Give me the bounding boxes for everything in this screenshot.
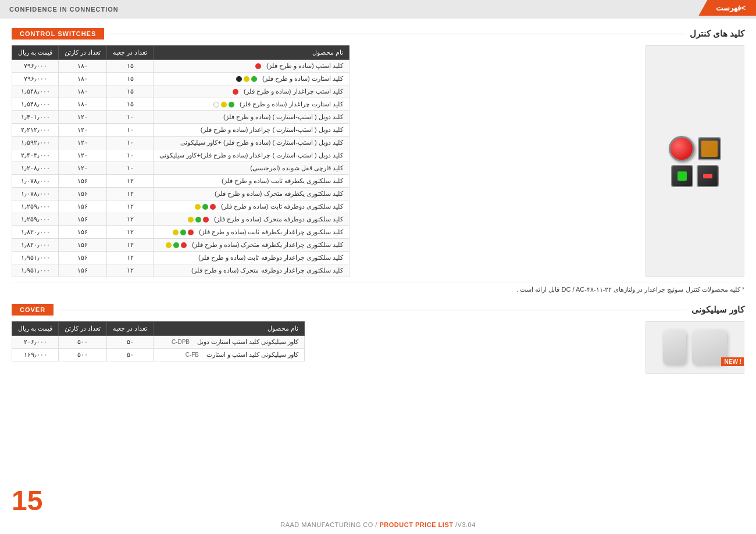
control-section: CONTROL SWITCHES کلید های کنترل نام محصو… <box>12 28 744 293</box>
control-row-box-7: ۱۰ <box>107 149 154 162</box>
control-row-price-8: ۱٫۲۰۸٫۰۰۰ <box>12 162 59 175</box>
product-img-switch2 <box>671 165 693 187</box>
control-row-box-10: ۱۲ <box>107 188 154 200</box>
cover-th-qty-carton: تعداد در کارتن <box>59 322 107 336</box>
control-row-name-0: کلید استپ (ساده و طرح فلز) <box>154 60 349 73</box>
control-row-carton-7: ۱۲۰ <box>59 149 107 162</box>
footer-text-main: RAAD MANUFACTURING CO / PRODUCT PRICE LI… <box>280 521 476 528</box>
control-row-box-9: ۱۲ <box>107 175 154 188</box>
control-row-carton-4: ۱۲۰ <box>59 111 107 124</box>
cover-section-label: COVER <box>12 304 54 316</box>
cover-section-title: کاور سیلیکونی <box>691 304 744 315</box>
control-row-name-14: کلید سلکتوری چراغدار یکطرفه متحرک (ساده … <box>154 239 349 252</box>
control-row-price-6: ۱٫۵۹۲٫۰۰۰ <box>12 137 59 149</box>
control-row-price-4: ۱٫۴۰۱٫۰۰۰ <box>12 111 59 124</box>
control-row-price-16: ۱٫۹۵۱٫۰۰۰ <box>12 264 59 277</box>
control-row-name-12: کلید سلکتوری دوطرفه متحرک (ساده و طرح فل… <box>154 213 349 226</box>
th-qty-box: تعداد در جعبه <box>107 46 154 60</box>
control-table-wrap: نام محصول تعداد در جعبه تعداد در کارتن ق… <box>12 45 639 277</box>
control-section-line <box>109 34 684 34</box>
control-row-name-4: کلید دوبل ( استپ-استارت ) (ساده و طرح فل… <box>154 111 349 124</box>
cover-row-price-0: ۲۰۶٫۰۰۰ <box>12 336 59 349</box>
control-row-price-15: ۱٫۹۵۱٫۰۰۰ <box>12 252 59 264</box>
control-row-name-5: کلید دوبل ( استپ-استارت ) چراغدار (ساده … <box>154 124 349 137</box>
footer: RAAD MANUFACTURING CO / PRODUCT PRICE LI… <box>0 521 756 528</box>
control-row-name-3: کلید استارت چراغدار (ساده و طرح فلز) <box>154 98 349 111</box>
th-qty-carton: تعداد در کارتن <box>59 46 107 60</box>
control-row-name-8: کلید قارچی قفل شونده (امرجنسی) <box>154 162 349 175</box>
control-row-price-2: ۱٫۵۴۸٫۰۰۰ <box>12 85 59 98</box>
control-row-carton-0: ۱۸۰ <box>59 60 107 73</box>
control-row-box-11: ۱۲ <box>107 200 154 213</box>
cover-table-area: نام محصول تعداد در جعبه تعداد در کارتن ق… <box>12 321 744 374</box>
control-row-box-0: ۱۵ <box>107 60 154 73</box>
control-row-price-7: ۲٫۴۰۳٫۰۰۰ <box>12 149 59 162</box>
cover-th-product-name: نام محصول <box>154 322 305 336</box>
control-row-carton-16: ۱۵۶ <box>59 264 107 277</box>
control-row-box-5: ۱۰ <box>107 124 154 137</box>
fihrist-tab[interactable]: >فهرست <box>698 0 756 16</box>
cover-row-box-1: ۵۰ <box>107 349 154 361</box>
control-row-box-16: ۱۲ <box>107 264 154 277</box>
control-footnote: * کلیه محصولات کنترل سوئیچ چراغدار در ول… <box>12 282 744 293</box>
control-row-price-11: ۱٫۲۵۹٫۰۰۰ <box>12 200 59 213</box>
th-product-name: نام محصول <box>154 46 349 60</box>
cover-row-price-1: ۱۶۹٫۰۰۰ <box>12 349 59 361</box>
control-row-carton-11: ۱۵۶ <box>59 200 107 213</box>
cover-table: نام محصول تعداد در جعبه تعداد در کارتن ق… <box>12 321 305 361</box>
control-row-carton-13: ۱۵۶ <box>59 226 107 239</box>
control-row-carton-3: ۱۸۰ <box>59 98 107 111</box>
footer-highlight: PRODUCT PRICE LIST <box>379 521 453 528</box>
cover-row-carton-0: ۵۰۰ <box>59 336 107 349</box>
control-table-area: نام محصول تعداد در جعبه تعداد در کارتن ق… <box>12 45 744 277</box>
cover-section: COVER کاور سیلیکونی نام محصول تعداد در ج… <box>12 304 744 374</box>
control-row-price-13: ۱٫۸۲۰٫۰۰۰ <box>12 226 59 239</box>
control-row-name-9: کلید سلکتوری یکطرفه ثابت (ساده و طرح فلز… <box>154 175 349 188</box>
control-row-carton-8: ۱۲۰ <box>59 162 107 175</box>
control-row-name-6: کلید دوبل ( استپ-استارت ) (ساده و طرح فل… <box>154 137 349 149</box>
cover-th-price: قیمت به ریال <box>12 322 59 336</box>
control-row-carton-5: ۱۲۰ <box>59 124 107 137</box>
product-img-red-btn <box>669 136 694 162</box>
control-row-price-5: ۲٫۲۱۲٫۰۰۰ <box>12 124 59 137</box>
control-row-box-4: ۱۰ <box>107 111 154 124</box>
control-row-box-3: ۱۵ <box>107 98 154 111</box>
control-row-price-3: ۱٫۵۴۸٫۰۰۰ <box>12 98 59 111</box>
control-row-carton-6: ۱۲۰ <box>59 137 107 149</box>
control-row-carton-2: ۱۸۰ <box>59 85 107 98</box>
control-row-box-8: ۱۰ <box>107 162 154 175</box>
cover-row-box-0: ۵۰ <box>107 336 154 349</box>
control-row-carton-9: ۱۵۶ <box>59 175 107 188</box>
control-row-name-11: کلید سلکتوری دوطرفه ثابت (ساده و طرح فلز… <box>154 200 349 213</box>
control-table: نام محصول تعداد در جعبه تعداد در کارتن ق… <box>12 45 350 277</box>
control-row-price-12: ۱٫۲۵۹٫۰۰۰ <box>12 213 59 226</box>
new-badge: NEW ! <box>721 357 744 366</box>
cover-product-image: NEW ! <box>646 321 744 374</box>
cover-section-header: COVER کاور سیلیکونی <box>12 304 744 316</box>
control-row-name-10: کلید سلکتوری یکطرفه متحرک (ساده و طرح فل… <box>154 188 349 200</box>
control-row-box-14: ۱۲ <box>107 239 154 252</box>
control-row-box-12: ۱۲ <box>107 213 154 226</box>
control-row-box-2: ۱۵ <box>107 85 154 98</box>
page-number: 15 <box>12 485 42 517</box>
control-row-name-2: کلید استپ چراغدار (ساده و طرح فلز) <box>154 85 349 98</box>
control-row-carton-14: ۱۵۶ <box>59 239 107 252</box>
control-row-price-0: ۷۹۶٫۰۰۰ <box>12 60 59 73</box>
cover-row-name-1: کاور سیلیکونی کلید استپ و استارت C-FB <box>154 349 305 361</box>
top-bar: CONFIDENCE IN CONNECTION <box>0 0 756 19</box>
control-row-name-15: کلید سلکتوری چراغدار دوطرفه ثابت (ساده و… <box>154 252 349 264</box>
control-row-name-13: کلید سلکتوری چراغدار یکطرفه ثابت (ساده و… <box>154 226 349 239</box>
th-price: قیمت به ریال <box>12 46 59 60</box>
control-row-box-1: ۱۵ <box>107 73 154 85</box>
control-section-title: کلید های کنترل <box>690 28 744 39</box>
control-row-box-13: ۱۲ <box>107 226 154 239</box>
control-row-price-10: ۱٫۰۷۸٫۰۰۰ <box>12 188 59 200</box>
control-row-price-14: ۱٫۸۲۰٫۰۰۰ <box>12 239 59 252</box>
cover-section-line <box>58 310 687 310</box>
cover-row-carton-1: ۵۰۰ <box>59 349 107 361</box>
cover-row-name-0: کاور سیلیکونی کلید استپ استارت دوبل C-DP… <box>154 336 305 349</box>
product-img-switch3 <box>697 165 719 187</box>
main-content: CONTROL SWITCHES کلید های کنترل نام محصو… <box>0 19 756 374</box>
control-section-header: CONTROL SWITCHES کلید های کنترل <box>12 28 744 40</box>
control-row-carton-12: ۱۵۶ <box>59 213 107 226</box>
